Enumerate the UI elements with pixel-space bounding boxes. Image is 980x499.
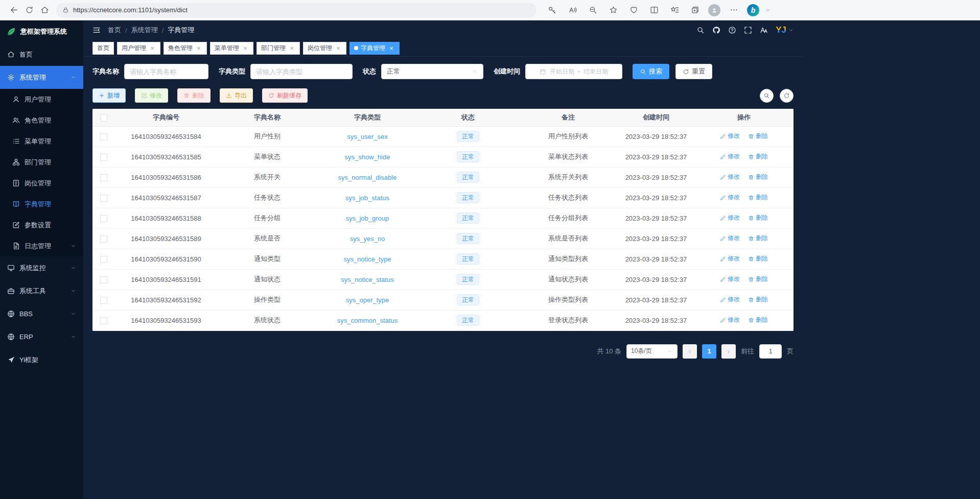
split-screen-button[interactable] xyxy=(647,3,661,17)
zoom-button[interactable] xyxy=(586,3,600,17)
refresh-table-button[interactable] xyxy=(780,89,794,103)
row-checkbox[interactable] xyxy=(100,317,107,324)
dict-type-link[interactable]: sys_notice_status xyxy=(341,276,393,283)
header-search-button[interactable] xyxy=(696,26,705,34)
row-delete-button[interactable]: 删除 xyxy=(748,152,768,161)
sidebar-item-dict[interactable]: 字典管理 xyxy=(0,194,83,215)
row-edit-button[interactable]: 修改 xyxy=(720,173,740,181)
sidebar-item-system[interactable]: 系统管理 xyxy=(0,66,83,89)
row-checkbox[interactable] xyxy=(100,276,107,283)
help-button[interactable] xyxy=(728,26,736,34)
status-select[interactable]: 正常 xyxy=(381,64,483,79)
sidebar-item-param[interactable]: 参数设置 xyxy=(0,215,83,235)
close-icon[interactable]: × xyxy=(335,44,342,52)
reload-button[interactable] xyxy=(21,3,37,18)
dict-type-link[interactable]: sys_common_status xyxy=(337,317,398,324)
row-delete-button[interactable]: 删除 xyxy=(748,193,768,202)
dict-type-link[interactable]: sys_job_group xyxy=(346,215,389,222)
close-icon[interactable]: × xyxy=(288,44,295,52)
sidebar-item-log[interactable]: 日志管理 xyxy=(0,235,83,256)
row-checkbox[interactable] xyxy=(100,256,107,263)
profile-avatar[interactable] xyxy=(708,4,720,16)
row-edit-button[interactable]: 修改 xyxy=(720,193,740,202)
browser-home-button[interactable] xyxy=(37,3,52,18)
row-edit-button[interactable]: 修改 xyxy=(720,275,740,283)
dict-type-link[interactable]: sys_oper_type xyxy=(346,296,389,304)
tab-role[interactable]: 角色管理× xyxy=(164,42,207,55)
close-icon[interactable]: × xyxy=(195,44,202,52)
sidebar-item-erp[interactable]: ERP xyxy=(0,325,83,348)
chevron-down-icon[interactable] xyxy=(765,8,771,13)
breadcrumb-item[interactable]: 首页 xyxy=(108,26,121,35)
bing-chat-button[interactable]: b xyxy=(747,4,759,16)
sidebar-item-yi[interactable]: Yi框架 xyxy=(0,348,83,371)
fullscreen-button[interactable] xyxy=(744,26,752,34)
dict-type-link[interactable]: sys_normal_disable xyxy=(338,174,397,181)
collections-button[interactable] xyxy=(688,3,702,17)
github-button[interactable] xyxy=(712,26,720,34)
dict-name-input[interactable] xyxy=(124,64,208,79)
row-checkbox[interactable] xyxy=(100,174,107,181)
add-button[interactable]: 新增 xyxy=(92,88,126,103)
date-range-picker[interactable]: 开始日期 - 结束日期 xyxy=(525,64,622,79)
row-delete-button[interactable]: 删除 xyxy=(748,234,768,243)
row-checkbox[interactable] xyxy=(100,133,107,140)
goto-page-input[interactable] xyxy=(759,344,782,359)
edit-button[interactable]: 修改 xyxy=(135,88,168,103)
sidebar-item-user[interactable]: 用户管理 xyxy=(0,89,83,110)
address-bar[interactable]: https://ccnetcore.com:1101/system/dict xyxy=(56,3,536,17)
tab-home[interactable]: 首页 xyxy=(92,42,114,55)
row-delete-button[interactable]: 删除 xyxy=(748,316,768,324)
row-checkbox[interactable] xyxy=(100,297,107,304)
sidebar-item-monitor[interactable]: 系统监控 xyxy=(0,256,83,279)
sidebar-item-tool[interactable]: 系统工具 xyxy=(0,279,83,302)
export-button[interactable]: 导出 xyxy=(220,88,253,103)
sidebar-item-role[interactable]: 角色管理 xyxy=(0,110,83,131)
read-aloud-button[interactable] xyxy=(565,3,579,17)
sidebar-item-post[interactable]: 岗位管理 xyxy=(0,173,83,194)
tab-post[interactable]: 岗位管理× xyxy=(303,42,346,55)
row-edit-button[interactable]: 修改 xyxy=(720,316,740,324)
row-edit-button[interactable]: 修改 xyxy=(720,132,740,140)
row-checkbox[interactable] xyxy=(100,215,107,222)
dict-type-link[interactable]: sys_job_status xyxy=(345,194,389,202)
prev-page-button[interactable]: ‹ xyxy=(683,344,697,359)
next-page-button[interactable]: › xyxy=(721,344,736,359)
sidebar-item-menu[interactable]: 菜单管理 xyxy=(0,131,83,152)
dict-type-link[interactable]: sys_user_sex xyxy=(347,133,387,140)
back-button[interactable] xyxy=(6,3,21,18)
tab-dept[interactable]: 部门管理× xyxy=(256,42,300,55)
dict-type-link[interactable]: sys_yes_no xyxy=(350,235,385,243)
row-delete-button[interactable]: 删除 xyxy=(748,173,768,181)
current-page[interactable]: 1 xyxy=(702,344,716,359)
user-menu[interactable]: YJ xyxy=(776,25,794,35)
refresh-cache-button[interactable]: 刷新缓存 xyxy=(262,88,308,103)
row-delete-button[interactable]: 删除 xyxy=(748,213,768,222)
dict-type-input[interactable] xyxy=(250,64,353,79)
sidebar-item-home[interactable]: 首页 xyxy=(0,43,83,66)
browser-menu-button[interactable] xyxy=(727,3,741,17)
select-all-checkbox[interactable] xyxy=(100,114,107,122)
row-delete-button[interactable]: 删除 xyxy=(748,295,768,304)
add-favorite-button[interactable] xyxy=(606,3,620,17)
row-edit-button[interactable]: 修改 xyxy=(720,234,740,243)
row-edit-button[interactable]: 修改 xyxy=(720,152,740,161)
row-delete-button[interactable]: 删除 xyxy=(748,275,768,283)
reset-button[interactable]: 重置 xyxy=(675,64,712,79)
row-delete-button[interactable]: 删除 xyxy=(748,132,768,140)
close-icon[interactable]: × xyxy=(388,44,395,52)
tab-menu[interactable]: 菜单管理× xyxy=(210,42,253,55)
browser-essentials-button[interactable] xyxy=(626,3,641,17)
row-checkbox[interactable] xyxy=(100,154,107,161)
search-button[interactable]: 搜索 xyxy=(633,64,669,79)
dict-type-link[interactable]: sys_show_hide xyxy=(345,153,390,161)
sidebar-item-bbs[interactable]: BBS xyxy=(0,302,83,325)
row-edit-button[interactable]: 修改 xyxy=(720,254,740,263)
breadcrumb-item[interactable]: 系统管理 xyxy=(131,26,158,35)
row-edit-button[interactable]: 修改 xyxy=(720,213,740,222)
favorites-button[interactable] xyxy=(667,3,682,17)
row-delete-button[interactable]: 删除 xyxy=(748,254,768,263)
row-checkbox[interactable] xyxy=(100,195,107,202)
row-edit-button[interactable]: 修改 xyxy=(720,295,740,304)
close-icon[interactable]: × xyxy=(149,44,156,52)
